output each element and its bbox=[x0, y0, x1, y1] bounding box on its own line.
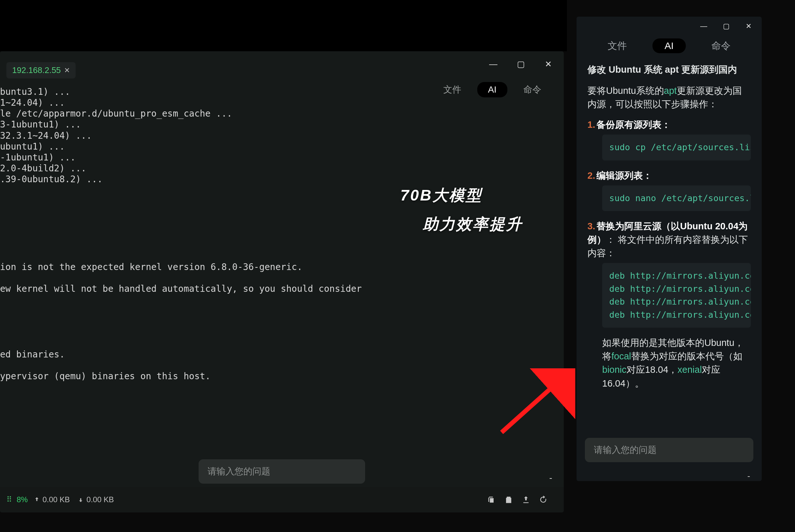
step-1-label: 备份原有源列表： bbox=[597, 118, 671, 131]
promo-text-2: 助力效率提升 bbox=[423, 214, 523, 234]
ai-close-button[interactable]: ✕ bbox=[744, 21, 753, 31]
maximize-button[interactable]: ▢ bbox=[515, 58, 527, 70]
panel-collapse-icon[interactable]: - bbox=[549, 473, 552, 483]
terminal-tab[interactable]: 192.168.2.55 ✕ bbox=[6, 62, 76, 78]
video-letterbox bbox=[0, 0, 567, 51]
ai-chat-input-wrap bbox=[576, 432, 762, 471]
net-upload: 0.00 KB bbox=[34, 495, 70, 504]
step-3: 3.替换为阿里云源（以Ubuntu 20.04为例）： 将文件中的所有内容替换为… bbox=[587, 220, 751, 260]
minimize-button[interactable]: — bbox=[488, 58, 499, 70]
promo-text-1: 70B大模型 bbox=[400, 185, 482, 206]
download-icon bbox=[77, 496, 84, 503]
step-1-number: 1. bbox=[587, 118, 595, 131]
copy-icon[interactable] bbox=[487, 495, 496, 504]
upload-value: 0.00 KB bbox=[43, 495, 70, 504]
ai-response-title: 修改 Ubuntu 系统 apt 更新源到国内 bbox=[587, 63, 751, 76]
cpu-usage: 8% bbox=[17, 495, 28, 504]
note-mid2: 对应18.04， bbox=[626, 364, 678, 375]
paste-icon[interactable] bbox=[504, 495, 513, 504]
step-1: 1. 备份原有源列表： bbox=[587, 118, 751, 131]
window-controls: — ▢ ✕ bbox=[488, 58, 554, 70]
ai-maximize-button[interactable]: ▢ bbox=[721, 21, 731, 31]
version-note: 如果使用的是其他版本的Ubuntu，将focal替换为对应的版本代号（如bion… bbox=[602, 336, 751, 390]
upload-icon bbox=[34, 496, 40, 503]
terminal-chat-input[interactable] bbox=[198, 459, 365, 483]
refresh-icon[interactable] bbox=[539, 495, 548, 504]
note-xenial: xenial bbox=[678, 364, 702, 375]
terminal-tab-label: 192.168.2.55 bbox=[12, 65, 61, 75]
step-2-number: 2. bbox=[587, 169, 595, 182]
step-3-number: 3. bbox=[587, 221, 595, 231]
download-value: 0.00 KB bbox=[87, 495, 114, 504]
step-3-desc: ： 将文件中的所有内容替换为以下内容： bbox=[587, 234, 748, 258]
net-download: 0.00 KB bbox=[77, 495, 114, 504]
close-icon[interactable]: ✕ bbox=[64, 66, 70, 75]
step-1-code[interactable]: sudo cp /etc/apt/sources.list /etc/ bbox=[602, 134, 751, 160]
ai-intro-highlight: apt bbox=[664, 86, 677, 96]
drag-handle-icon: ⠿ bbox=[6, 495, 12, 504]
terminal-output[interactable]: buntu3.1) ... 1~24.04) ... le /etc/appar… bbox=[0, 83, 564, 487]
ai-tabs: 文件 AI 命令 bbox=[576, 36, 762, 60]
step-2-label: 编辑源列表： bbox=[597, 169, 652, 182]
note-bionic: bionic bbox=[602, 364, 626, 375]
close-button[interactable]: ✕ bbox=[543, 58, 554, 70]
terminal-window: 192.168.2.55 ✕ — ▢ ✕ 文件 AI 命令 buntu3.1) … bbox=[0, 51, 564, 512]
ai-tab-ai[interactable]: AI bbox=[652, 38, 686, 53]
ai-steps-list: 1. 备份原有源列表： sudo cp /etc/apt/sources.lis… bbox=[587, 118, 751, 390]
step-2: 2. 编辑源列表： bbox=[587, 169, 751, 182]
ai-window-controls: — ▢ ✕ bbox=[576, 17, 762, 36]
upload-file-icon[interactable] bbox=[522, 495, 530, 504]
step-3-code[interactable]: deb http://mirrors.aliyun.com/ubu deb ht… bbox=[602, 263, 751, 328]
step-2-code[interactable]: sudo nano /etc/apt/sources.list bbox=[602, 186, 751, 211]
ai-response-content[interactable]: 修改 Ubuntu 系统 apt 更新源到国内 要将Ubuntu系统的apt更新… bbox=[576, 60, 762, 432]
ai-panel-collapse-icon[interactable]: - bbox=[576, 471, 762, 481]
terminal-chat-input-wrap bbox=[198, 459, 365, 483]
ai-minimize-button[interactable]: — bbox=[699, 21, 708, 31]
note-mid1: 替换为对应的版本代号（如 bbox=[631, 351, 742, 361]
ai-intro: 要将Ubuntu系统的apt更新源更改为国内源，可以按照以下步骤操作： bbox=[587, 84, 751, 111]
ai-tab-cmd[interactable]: 命令 bbox=[712, 39, 731, 53]
terminal-statusbar: ⠿ 8% 0.00 KB 0.00 KB bbox=[0, 487, 564, 512]
ai-panel-window: — ▢ ✕ 文件 AI 命令 修改 Ubuntu 系统 apt 更新源到国内 要… bbox=[576, 17, 762, 481]
note-focal: focal bbox=[611, 351, 631, 361]
ai-tab-file[interactable]: 文件 bbox=[608, 39, 627, 53]
ai-chat-input[interactable] bbox=[585, 438, 753, 462]
status-action-icons bbox=[487, 495, 548, 504]
ai-intro-prefix: 要将Ubuntu系统的 bbox=[587, 86, 664, 96]
